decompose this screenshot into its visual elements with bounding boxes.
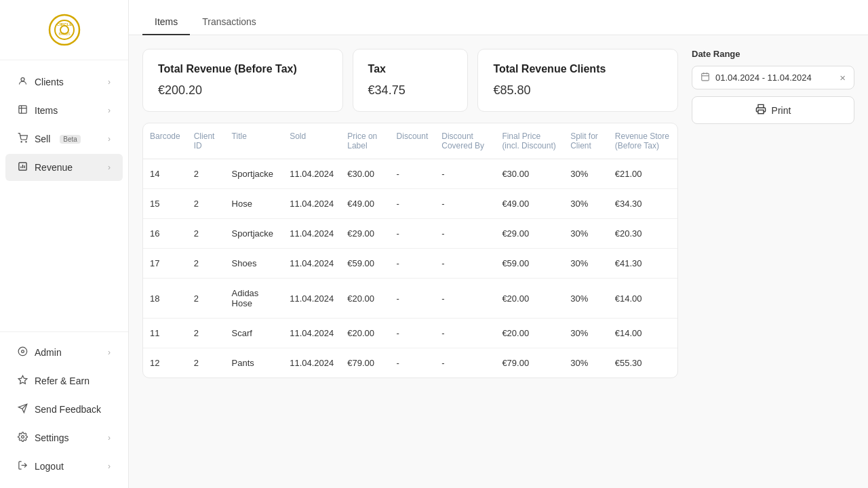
- total-revenue-value: €200.20: [158, 83, 328, 98]
- cell-client_id: 2: [187, 219, 225, 249]
- tabs-bar: Items Transactions: [129, 0, 868, 35]
- svg-point-5: [21, 78, 24, 81]
- sell-icon: [18, 133, 28, 145]
- cell-title: Pants: [225, 348, 283, 378]
- table-row: 172Shoes11.04.2024€59.00--€59.0030%€41.3…: [143, 249, 677, 279]
- sidebar-nav: Clients › Items › Sell Beta ›: [0, 60, 128, 331]
- table-header-row: Barcode Client ID Title Sold Price on La…: [143, 123, 677, 159]
- cell-discount: -: [390, 249, 435, 279]
- items-table: Barcode Client ID Title Sold Price on La…: [143, 123, 677, 378]
- cell-price_label: €49.00: [340, 189, 389, 219]
- svg-point-17: [22, 436, 24, 439]
- sidebar-item-sell[interactable]: Sell Beta ›: [5, 125, 123, 152]
- cell-discount_covered: -: [435, 189, 495, 219]
- cell-client_id: 2: [187, 189, 225, 219]
- cell-discount_covered: -: [435, 249, 495, 279]
- feedback-icon: [18, 403, 28, 415]
- col-discount-covered: Discount Covered By: [435, 123, 495, 159]
- cell-price_label: €20.00: [340, 279, 389, 319]
- items-table-container: Barcode Client ID Title Sold Price on La…: [142, 123, 678, 378]
- settings-icon: [18, 432, 28, 444]
- sidebar-item-refer[interactable]: Refer & Earn: [5, 367, 123, 394]
- clients-icon: [18, 76, 28, 88]
- print-button[interactable]: Print: [692, 96, 854, 124]
- cell-client_id: 2: [187, 319, 225, 348]
- chevron-right-icon: ›: [108, 433, 111, 443]
- tab-items[interactable]: Items: [142, 9, 190, 35]
- sidebar-item-clients[interactable]: Clients ›: [5, 68, 123, 96]
- cell-discount: -: [390, 319, 435, 348]
- cell-final_price: €49.00: [495, 189, 564, 219]
- col-discount: Discount: [390, 123, 435, 159]
- right-panel: Date Range 01.04.2024 - 11.04.2024 × Pri…: [692, 49, 854, 474]
- col-sold: Sold: [283, 123, 340, 159]
- tax-title: Tax: [368, 63, 453, 75]
- sidebar-item-revenue[interactable]: Revenue ›: [5, 154, 123, 181]
- cell-client_id: 2: [187, 348, 225, 378]
- cell-barcode: 18: [143, 279, 187, 319]
- cell-title: Sportjacke: [225, 159, 283, 189]
- cell-final_price: €29.00: [495, 219, 564, 249]
- calendar-icon: [701, 72, 710, 83]
- cell-title: Adidas Hose: [225, 279, 283, 319]
- cell-sold: 11.04.2024: [283, 249, 340, 279]
- cell-split_client: 30%: [564, 159, 608, 189]
- cell-price_label: €59.00: [340, 249, 389, 279]
- sidebar-item-feedback[interactable]: Send Feedback: [5, 396, 123, 423]
- cell-sold: 11.04.2024: [283, 348, 340, 378]
- col-price-label: Price on Label: [340, 123, 389, 159]
- cell-barcode: 14: [143, 159, 187, 189]
- cell-discount: -: [390, 279, 435, 319]
- cell-title: Hose: [225, 189, 283, 219]
- sidebar-item-items[interactable]: Items ›: [5, 97, 123, 124]
- table-body: 142Sportjacke11.04.2024€30.00--€30.0030%…: [143, 159, 677, 378]
- content-area: Total Revenue (Before Tax) €200.20 Tax €…: [129, 35, 868, 488]
- tax-card: Tax €34.75: [353, 49, 469, 112]
- chevron-right-icon: ›: [108, 77, 111, 87]
- tab-transactions[interactable]: Transactions: [190, 9, 269, 35]
- sidebar-item-settings[interactable]: Settings ›: [5, 424, 123, 451]
- table-row: 122Pants11.04.2024€79.00--€79.0030%€55.3…: [143, 348, 677, 378]
- cell-title: Sportjacke: [225, 219, 283, 249]
- cell-client_id: 2: [187, 249, 225, 279]
- date-range-label: Date Range: [692, 49, 854, 59]
- cell-sold: 11.04.2024: [283, 219, 340, 249]
- cell-barcode: 11: [143, 319, 187, 348]
- cell-revenue_store: €34.30: [608, 189, 677, 219]
- sidebar-item-clients-label: Clients: [35, 77, 64, 87]
- summary-cards: Total Revenue (Before Tax) €200.20 Tax €…: [142, 49, 678, 112]
- close-date-range-icon[interactable]: ×: [840, 72, 846, 83]
- cell-discount_covered: -: [435, 348, 495, 378]
- logout-icon: [18, 460, 28, 472]
- svg-point-13: [22, 350, 24, 353]
- items-icon: [18, 104, 28, 117]
- chevron-right-icon: ›: [108, 134, 111, 144]
- total-revenue-clients-card: Total Revenue Clients €85.80: [477, 49, 678, 112]
- sidebar-item-sell-label: Sell: [35, 134, 50, 144]
- main-content: Items Transactions Total Revenue (Before…: [129, 0, 868, 488]
- date-range-input[interactable]: 01.04.2024 - 11.04.2024 ×: [692, 66, 854, 89]
- cell-price_label: €30.00: [340, 159, 389, 189]
- sidebar-item-settings-label: Settings: [35, 432, 69, 443]
- cell-split_client: 30%: [564, 279, 608, 319]
- col-revenue-store: Revenue Store (Before Tax): [608, 123, 677, 159]
- app-logo: CIRCLE BANDS: [0, 0, 128, 60]
- sidebar-item-items-label: Items: [35, 105, 58, 116]
- cell-barcode: 16: [143, 219, 187, 249]
- col-barcode: Barcode: [143, 123, 187, 159]
- cell-final_price: €20.00: [495, 319, 564, 348]
- cell-revenue_store: €41.30: [608, 249, 677, 279]
- svg-point-7: [21, 142, 22, 142]
- sidebar-item-logout[interactable]: Logout ›: [5, 453, 123, 480]
- sidebar-item-admin[interactable]: Admin ›: [5, 339, 123, 366]
- cell-barcode: 12: [143, 348, 187, 378]
- svg-point-8: [26, 142, 26, 142]
- svg-rect-19: [702, 73, 709, 81]
- cell-price_label: €29.00: [340, 219, 389, 249]
- print-label: Print: [772, 105, 791, 116]
- cell-sold: 11.04.2024: [283, 319, 340, 348]
- total-revenue-clients-title: Total Revenue Clients: [493, 63, 663, 75]
- left-section: Total Revenue (Before Tax) €200.20 Tax €…: [142, 49, 678, 474]
- sidebar-item-revenue-label: Revenue: [35, 162, 73, 173]
- col-split-client: Split for Client: [564, 123, 608, 159]
